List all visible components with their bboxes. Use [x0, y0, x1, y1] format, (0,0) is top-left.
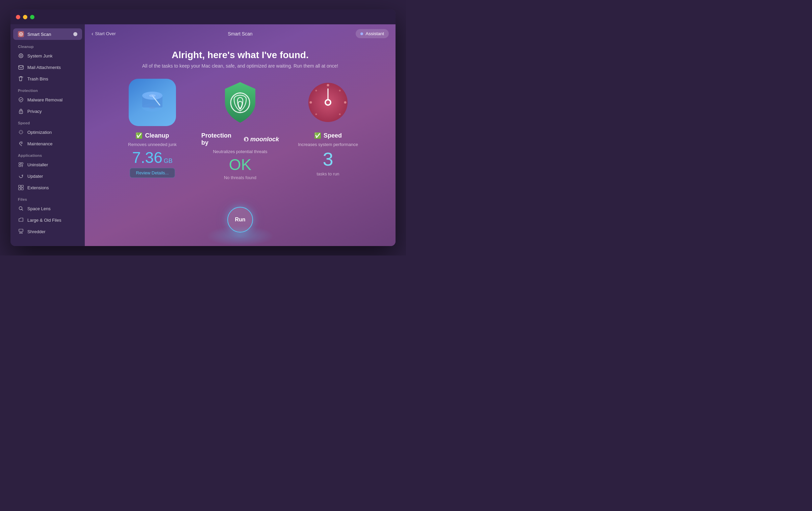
sidebar-item-large-old-files[interactable]: Large & Old Files [13, 215, 82, 225]
maintenance-icon [18, 141, 24, 147]
optimization-label: Optimization [27, 130, 52, 135]
shredder-label: Shredder [27, 229, 45, 234]
svg-point-4 [20, 55, 22, 57]
system-junk-icon [18, 53, 24, 59]
speed-check-icon: ✅ [314, 132, 321, 139]
svg-rect-16 [19, 229, 23, 232]
svg-rect-11 [19, 185, 21, 187]
svg-rect-12 [21, 185, 23, 187]
main-content: ‹ Start Over Smart Scan Assistant Alrigh… [85, 24, 396, 246]
svg-point-7 [21, 112, 21, 113]
cleanup-disk-icon [135, 86, 169, 119]
protection-icon-wrap [217, 79, 264, 126]
speed-value: 3 [323, 150, 333, 169]
speed-meter-icon [306, 80, 350, 124]
sidebar-item-uninstaller[interactable]: Uninstaller [13, 159, 82, 170]
svg-point-35 [326, 100, 330, 104]
protection-status: No threats found [224, 175, 256, 180]
sidebar: Smart Scan Cleanup System Junk [10, 24, 85, 246]
moonlock-brand: moonlock [244, 136, 279, 143]
svg-rect-13 [19, 188, 21, 190]
sidebar-item-system-junk[interactable]: System Junk [13, 50, 82, 61]
sidebar-item-malware-removal[interactable]: Malware Removal [13, 94, 82, 105]
svg-point-27 [344, 101, 347, 104]
main-headline: Alright, here's what I've found. [172, 50, 308, 60]
assistant-dot-icon [360, 32, 363, 35]
back-button[interactable]: ‹ Start Over [92, 31, 116, 37]
content-area: Alright, here's what I've found. All of … [85, 43, 396, 246]
svg-rect-5 [19, 66, 23, 69]
moonlock-icon [244, 137, 249, 142]
extensions-icon [18, 185, 24, 191]
cleanup-card: ✅ Cleanup Removes unneeded junk 7.36 GB … [113, 79, 191, 178]
topbar: ‹ Start Over Smart Scan Assistant [85, 24, 396, 43]
sidebar-item-mail-attachments[interactable]: Mail Attachments [13, 62, 82, 73]
svg-point-31 [339, 114, 341, 115]
speed-subtitle: Increases system performance [298, 142, 358, 147]
run-button[interactable]: Run [227, 207, 253, 233]
smart-scan-label: Smart Scan [27, 32, 51, 37]
protection-title-row: Protection by moonlock [201, 132, 279, 146]
sidebar-item-privacy[interactable]: Privacy [13, 106, 82, 117]
speed-tasks-text: tasks to run [316, 171, 339, 176]
sidebar-item-smart-scan[interactable]: Smart Scan [13, 28, 82, 40]
uninstaller-label: Uninstaller [27, 162, 48, 167]
protection-shield-icon [220, 80, 260, 124]
svg-rect-8 [19, 163, 21, 164]
assistant-label: Assistant [365, 31, 384, 36]
speed-title-row: ✅ Speed [314, 132, 342, 139]
sidebar-item-maintenance[interactable]: Maintenance [13, 138, 82, 149]
sidebar-section-protection: Protection [10, 84, 85, 94]
run-button-wrap: Run [227, 207, 253, 239]
back-label: Start Over [95, 31, 116, 36]
maintenance-label: Maintenance [27, 141, 52, 146]
protection-title: Protection by [201, 132, 241, 146]
window-body: Smart Scan Cleanup System Junk [10, 24, 396, 246]
mail-attachments-icon [18, 64, 24, 70]
malware-removal-label: Malware Removal [27, 97, 62, 102]
sidebar-section-speed: Speed [10, 117, 85, 126]
assistant-button[interactable]: Assistant [356, 29, 389, 38]
updater-label: Updater [27, 174, 43, 179]
smart-scan-toggle [73, 32, 77, 36]
svg-rect-14 [21, 188, 23, 190]
cleanup-check-icon: ✅ [135, 132, 143, 139]
optimization-icon [18, 129, 24, 135]
sidebar-item-extensions[interactable]: Extensions [13, 182, 82, 193]
trash-bins-icon [18, 76, 24, 82]
cleanup-title: Cleanup [145, 132, 169, 139]
svg-point-30 [339, 90, 341, 92]
sidebar-item-shredder[interactable]: Shredder [13, 226, 82, 237]
protection-subtitle: Neutralizes potential threats [213, 149, 267, 154]
cleanup-subtitle: Removes unneeded junk [128, 142, 177, 147]
sidebar-item-space-lens[interactable]: Space Lens [13, 203, 82, 214]
close-button[interactable] [16, 15, 20, 19]
cleanup-value: 7.36 [132, 150, 162, 165]
sidebar-item-trash-bins[interactable]: Trash Bins [13, 73, 82, 84]
main-subheadline: All of the tasks to keep your Mac clean,… [142, 63, 338, 69]
minimize-button[interactable] [23, 15, 27, 19]
sidebar-item-optimization[interactable]: Optimization [13, 127, 82, 138]
space-lens-label: Space Lens [27, 206, 51, 211]
protection-value: OK [229, 157, 251, 172]
sidebar-item-updater[interactable]: Updater [13, 171, 82, 181]
uninstaller-icon [18, 162, 24, 168]
svg-point-21 [149, 94, 156, 97]
svg-point-26 [327, 84, 329, 87]
sidebar-section-files: Files [10, 193, 85, 203]
speed-icon-wrap [304, 79, 352, 126]
system-junk-label: System Junk [27, 53, 52, 58]
svg-point-3 [19, 54, 23, 58]
cleanup-unit: GB [164, 157, 173, 165]
speed-title: Speed [324, 132, 342, 139]
sidebar-section-cleanup: Cleanup [10, 41, 85, 50]
review-details-button[interactable]: Review Details... [130, 168, 175, 178]
extensions-label: Extensions [27, 185, 49, 190]
svg-point-2 [20, 33, 22, 35]
fullscreen-button[interactable] [30, 15, 34, 19]
svg-point-29 [315, 90, 317, 92]
cards-row: ✅ Cleanup Removes unneeded junk 7.36 GB … [113, 79, 367, 207]
cleanup-icon-wrap [129, 79, 176, 126]
sidebar-section-applications: Applications [10, 149, 85, 159]
large-old-files-icon [18, 217, 24, 223]
